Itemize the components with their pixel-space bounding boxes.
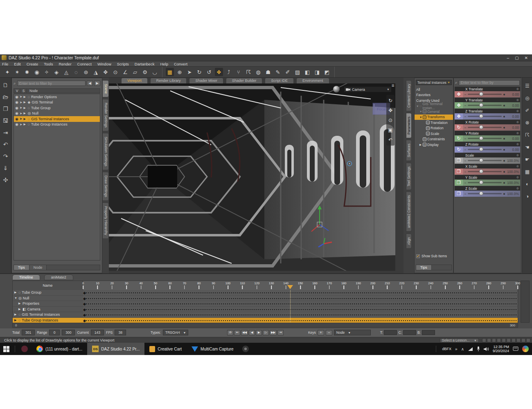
- taskbar-app-cart[interactable]: Creative Cart: [144, 343, 187, 355]
- slider-decrement-button[interactable]: −: [464, 115, 467, 119]
- slider-increment-button[interactable]: ●: [503, 115, 505, 119]
- new-node-icon[interactable]: ◮: [92, 68, 100, 76]
- joint-editor-icon[interactable]: ☈: [244, 68, 252, 76]
- track-null[interactable]: ▼◎Null: [13, 296, 83, 301]
- tab-tool-settings[interactable]: Tool Settings: [406, 163, 412, 190]
- slider-increment-button[interactable]: ●: [503, 126, 505, 130]
- undo-icon[interactable]: ↶: [2, 140, 10, 148]
- slider-increment-button[interactable]: ●: [503, 137, 505, 141]
- key-node-selector[interactable]: Node ▼: [334, 330, 371, 335]
- slider-increment-button[interactable]: ●: [503, 103, 505, 108]
- previous-frame-button[interactable]: ◀: [249, 330, 255, 335]
- bone-tool-icon[interactable]: ⑂: [234, 68, 243, 76]
- new-primitive-icon[interactable]: ▱: [131, 68, 139, 76]
- eye-icon[interactable]: ◉: [15, 100, 18, 104]
- param-row-rotation[interactable]: ORotation: [415, 126, 453, 131]
- delete-key-button[interactable]: −: [326, 330, 332, 335]
- camera-frame-icon[interactable]: ▣: [387, 127, 394, 133]
- total-field[interactable]: 301: [22, 330, 35, 335]
- keyframe-strip[interactable]: ◆: [83, 290, 518, 296]
- open-file-icon[interactable]: 🗁: [2, 93, 10, 101]
- new-view-camera-icon[interactable]: ◈: [52, 68, 61, 76]
- tab-shader-mixer[interactable]: Shader Mixer: [189, 78, 223, 83]
- param-row-transforms[interactable]: ▼OTransforms: [415, 115, 453, 120]
- tab-animate2-constraints[interactable]: aniMate2 Constraints: [406, 191, 412, 231]
- tab-content-library[interactable]: Content Library: [406, 80, 412, 111]
- pointer-icon[interactable]: ➤: [20, 117, 23, 121]
- menu-render[interactable]: Render: [59, 62, 71, 66]
- eye-icon[interactable]: ◉: [15, 95, 18, 99]
- clock[interactable]: 12:35 PM 9/20/2024: [493, 345, 509, 353]
- expander-icon[interactable]: ▶: [14, 291, 17, 294]
- render-camera-icon[interactable]: ◩: [323, 68, 331, 76]
- pose-icon[interactable]: ☈: [523, 131, 532, 139]
- tab-animate2[interactable]: aniMate2: [44, 274, 73, 280]
- menu-edit[interactable]: Edit: [14, 62, 20, 66]
- show-sub-items-toggle[interactable]: ✔ Show Sub Items: [416, 254, 447, 258]
- slider-knob[interactable]: [479, 92, 483, 96]
- param-row-constraints[interactable]: OConstraints: [415, 137, 453, 142]
- pointer-tool-icon[interactable]: ➤: [185, 68, 194, 76]
- expander-icon[interactable]: ▶: [24, 106, 27, 110]
- range-start-field[interactable]: 0: [49, 330, 60, 335]
- previous-key-button[interactable]: ◀◀: [241, 330, 248, 335]
- camera-a-icon[interactable]: ◧: [303, 68, 311, 76]
- scene-node-render-options[interactable]: ◉➤▶◌Render Options: [14, 94, 100, 100]
- slider-track[interactable]: [468, 149, 502, 150]
- tab-node[interactable]: Node: [29, 265, 47, 270]
- menu-connect[interactable]: Connect: [77, 62, 92, 66]
- track-properties[interactable]: ▶Properties: [13, 301, 83, 307]
- filter-next-button[interactable]: ▶: [94, 81, 100, 86]
- slider-track[interactable]: [468, 127, 502, 128]
- expander-icon[interactable]: ▶: [419, 143, 422, 146]
- slider-decrement-button[interactable]: −: [464, 103, 467, 108]
- menu-tools[interactable]: Tools: [44, 62, 53, 66]
- create-key-button[interactable]: +: [318, 330, 324, 335]
- expander-icon[interactable]: ▶: [14, 313, 17, 316]
- tab-property-hierarchy[interactable]: Property Hierarchy: [102, 202, 109, 239]
- keyframe-strip[interactable]: ◆: [83, 318, 518, 324]
- menu-help[interactable]: Help: [160, 62, 168, 66]
- new-bone-icon[interactable]: ⊙: [111, 68, 119, 76]
- gears-icon[interactable]: ⚙: [141, 68, 149, 76]
- slider-track[interactable]: [468, 94, 502, 95]
- sphere-tool-icon[interactable]: ⊕: [176, 68, 184, 76]
- status-button[interactable]: [497, 338, 501, 342]
- tab-render-library[interactable]: Render Library: [150, 78, 187, 83]
- slider-decrement-button[interactable]: −: [464, 170, 467, 174]
- eye-icon[interactable]: ◉: [15, 106, 18, 110]
- expander-icon[interactable]: ▶: [18, 302, 21, 305]
- twist-tool-icon[interactable]: ↺: [205, 68, 213, 76]
- slider-decrement-button[interactable]: −: [464, 148, 467, 152]
- expander-icon[interactable]: ▶: [24, 101, 27, 104]
- fps-field[interactable]: 38: [115, 330, 126, 335]
- tab-scene[interactable]: Scene: [102, 80, 109, 97]
- camera-reset-icon[interactable]: ↶: [387, 137, 394, 143]
- tab-tips[interactable]: Tips: [14, 265, 29, 270]
- param-row-all[interactable]: All: [415, 87, 453, 92]
- eye-icon[interactable]: ◉: [15, 111, 18, 115]
- playhead-marker[interactable]: [287, 285, 293, 289]
- tips-tab[interactable]: Tips: [416, 265, 432, 270]
- brush-b-icon[interactable]: ✐: [284, 68, 292, 76]
- save-file-icon[interactable]: 🖫: [2, 117, 10, 125]
- hand-right-icon[interactable]: ☛: [523, 155, 532, 164]
- t-field[interactable]: [384, 330, 397, 335]
- slider-decrement-button[interactable]: −: [464, 181, 467, 185]
- new-camera-icon[interactable]: ✦: [3, 68, 11, 76]
- maximize-button[interactable]: ▢: [515, 56, 518, 60]
- slider-track[interactable]: [468, 116, 502, 117]
- slider-increment-button[interactable]: ●: [503, 170, 505, 174]
- universal-tool-icon[interactable]: ✥: [215, 68, 223, 76]
- new-null-icon[interactable]: ◬: [62, 68, 70, 76]
- gear-icon[interactable]: ⚙: [516, 143, 519, 146]
- tab-align[interactable]: Align: [406, 234, 412, 249]
- status-button[interactable]: [487, 338, 491, 342]
- tab-script-ide[interactable]: Script IDE: [265, 78, 294, 83]
- slider-track[interactable]: [468, 182, 502, 183]
- menu-file[interactable]: File: [2, 62, 8, 66]
- tab-surfaces[interactable]: Surfaces: [406, 140, 412, 161]
- timeline-scrollbar[interactable]: [521, 281, 530, 323]
- drawstyle-ball-icon[interactable]: [333, 86, 340, 92]
- lasso-icon[interactable]: ◡: [151, 68, 159, 76]
